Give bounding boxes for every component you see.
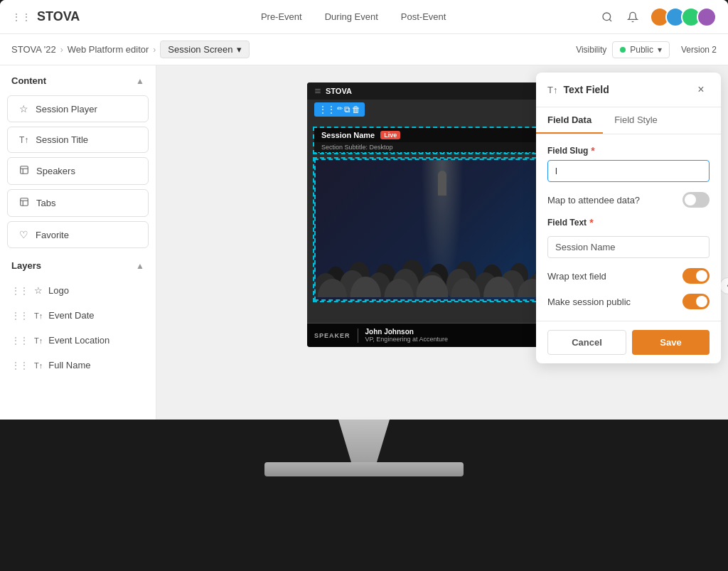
panel-title-group: T↑ Text Field bbox=[547, 84, 609, 95]
content-section-label: Content bbox=[11, 75, 46, 86]
crowd-silhouette bbox=[316, 212, 569, 299]
breadcrumb-stova[interactable]: STOVA '22 bbox=[11, 44, 56, 55]
sidebar-item-tabs[interactable]: Tabs bbox=[7, 189, 149, 217]
drag-handle-icon: ⋮⋮ bbox=[11, 11, 31, 23]
sidebar: Content ▲ ☆ Session Player T↑ Session Ti… bbox=[0, 65, 156, 420]
save-button[interactable]: Save bbox=[632, 330, 710, 355]
element-toolbar: ⋮⋮ ✏ ⧉ 🗑 bbox=[314, 102, 365, 117]
element-delete-icon[interactable]: 🗑 bbox=[352, 105, 360, 114]
layer-item-full-name[interactable]: ⋮⋮ T↑ Full Name bbox=[0, 354, 156, 376]
app-logo: STOVA bbox=[37, 9, 80, 24]
panel-overlay: T↑ Text Field × Field Data Field Style bbox=[536, 73, 721, 363]
canvas-image bbox=[314, 159, 570, 301]
content-section-header: Content ▲ bbox=[0, 65, 156, 93]
visibility-badge: Visibility Public ▾ bbox=[576, 41, 670, 58]
breadcrumb-bar: STOVA '22 › Web Platform editor › Sessio… bbox=[0, 34, 728, 65]
breadcrumb-right: Visibility Public ▾ Version 2 bbox=[576, 41, 717, 58]
element-copy-icon[interactable]: ⧉ bbox=[344, 105, 350, 114]
layer-item-event-date[interactable]: ⋮⋮ T↑ Event Date bbox=[0, 304, 156, 326]
nav-right bbox=[599, 7, 717, 27]
session-name-bar: Session Name Live bbox=[314, 128, 570, 142]
avatar-4 bbox=[697, 7, 717, 27]
speaker-info: John Johnson VP, Engineering at Accentur… bbox=[365, 328, 448, 343]
map-to-attendee-toggle[interactable] bbox=[682, 192, 710, 208]
breadcrumb-current[interactable]: Session Screen ▾ bbox=[160, 41, 250, 58]
monitor-frame: ⋮⋮ STOVA Pre-Event During Event Post-Eve… bbox=[0, 0, 728, 571]
map-to-attendee-knob bbox=[685, 194, 696, 206]
breadcrumb-sep-2: › bbox=[153, 45, 156, 55]
map-to-attendee-label: Map to attendee data? bbox=[547, 195, 640, 206]
visibility-chevron-icon: ▾ bbox=[658, 45, 662, 55]
make-session-public-label: Make session public bbox=[547, 297, 631, 307]
speaker-name: John Johnson bbox=[365, 328, 448, 336]
speaker-title: VP, Engineering at Accenture bbox=[365, 336, 448, 343]
field-text-required-dot: * bbox=[589, 218, 593, 228]
panel-footer: Cancel Save bbox=[536, 321, 721, 363]
logo-icon: ☆ bbox=[34, 285, 43, 296]
nav-pre-event[interactable]: Pre-Event bbox=[261, 9, 302, 25]
sidebar-item-tabs-label: Tabs bbox=[36, 198, 55, 208]
visibility-label: Visibility bbox=[576, 45, 606, 55]
visibility-value: Public bbox=[630, 45, 653, 55]
visibility-selector[interactable]: Public ▾ bbox=[612, 41, 670, 58]
logo-drag-icon: ⋮⋮ bbox=[11, 286, 28, 296]
nav-post-event[interactable]: Post-Event bbox=[401, 9, 446, 25]
field-text-input[interactable] bbox=[547, 236, 710, 258]
app-container: ⋮⋮ STOVA Pre-Event During Event Post-Eve… bbox=[0, 0, 728, 420]
map-to-attendee-row: Map to attendee data? bbox=[547, 192, 710, 208]
speaker-divider bbox=[358, 329, 358, 343]
panel-title-icon: T↑ bbox=[547, 85, 557, 95]
cancel-button[interactable]: Cancel bbox=[547, 330, 626, 355]
wrap-text-toggle[interactable] bbox=[682, 268, 710, 284]
session-subtitle: Section Subtitle: Desktop bbox=[314, 142, 570, 153]
monitor-stand-base bbox=[264, 462, 464, 476]
layer-event-date-label: Event Date bbox=[48, 310, 94, 321]
make-session-public-knob bbox=[696, 296, 707, 307]
sidebar-item-session-player[interactable]: ☆ Session Player bbox=[7, 95, 149, 122]
make-session-public-row: Make session public bbox=[547, 294, 710, 309]
layers-chevron-icon: ▲ bbox=[136, 261, 144, 271]
tab-field-data[interactable]: Field Data bbox=[536, 107, 603, 134]
session-title-icon: T↑ bbox=[19, 135, 28, 145]
wrap-text-row: Wrap text field bbox=[547, 268, 710, 284]
speaker-label-text: SPEAKER bbox=[314, 332, 350, 339]
sidebar-item-speakers[interactable]: Speakers bbox=[7, 157, 149, 185]
sidebar-item-session-title[interactable]: T↑ Session Title bbox=[7, 127, 149, 153]
make-session-public-toggle[interactable] bbox=[682, 294, 710, 309]
top-nav: ⋮⋮ STOVA Pre-Event During Event Post-Eve… bbox=[0, 0, 728, 34]
avatar-group bbox=[650, 7, 717, 27]
canvas-area: STOVA ⋮⋮ ✏ ⧉ 🗑 Session Name bbox=[156, 65, 728, 420]
main-content: Content ▲ ☆ Session Player T↑ Session Ti… bbox=[0, 65, 728, 420]
wrap-text-label: Wrap text field bbox=[547, 271, 606, 282]
event-location-drag-icon: ⋮⋮ bbox=[11, 336, 28, 346]
canvas-stova-logo: STOVA bbox=[326, 87, 352, 95]
public-dot-icon bbox=[620, 47, 626, 53]
field-text-label: Field Text * bbox=[547, 218, 710, 228]
nav-links: Pre-Event During Event Post-Event bbox=[108, 9, 599, 25]
panel-close-button[interactable]: × bbox=[692, 81, 710, 98]
session-name-region: Session Name Live Section Subtitle: Desk… bbox=[313, 127, 572, 154]
panel-header: T↑ Text Field × bbox=[536, 73, 721, 107]
wrap-text-knob bbox=[696, 270, 707, 282]
breadcrumb-current-label: Session Screen bbox=[168, 44, 232, 55]
favorite-icon: ♡ bbox=[19, 229, 28, 240]
tab-field-style[interactable]: Field Style bbox=[603, 107, 669, 134]
breadcrumb-web-platform[interactable]: Web Platform editor bbox=[68, 44, 149, 55]
svg-point-0 bbox=[603, 13, 611, 21]
search-icon[interactable] bbox=[599, 9, 616, 26]
sidebar-item-favorite[interactable]: ♡ Favorite bbox=[7, 221, 149, 248]
layer-item-logo[interactable]: ⋮⋮ ☆ Logo bbox=[0, 279, 156, 301]
live-badge: Live bbox=[380, 131, 400, 139]
speaker-silhouette bbox=[438, 171, 446, 196]
element-edit-icon[interactable]: ✏ bbox=[337, 105, 343, 114]
event-date-icon: T↑ bbox=[34, 311, 43, 320]
field-slug-input[interactable] bbox=[547, 160, 710, 182]
full-name-icon: T↑ bbox=[34, 361, 43, 370]
speakers-icon bbox=[19, 165, 29, 177]
layers-section-header: Layers ▲ bbox=[0, 250, 156, 278]
element-drag-icon[interactable]: ⋮⋮ bbox=[318, 105, 336, 114]
content-chevron-icon: ▲ bbox=[136, 76, 144, 86]
nav-during-event[interactable]: During Event bbox=[325, 9, 378, 25]
layer-item-event-location[interactable]: ⋮⋮ T↑ Event Location bbox=[0, 329, 156, 351]
bell-icon[interactable] bbox=[624, 9, 641, 26]
